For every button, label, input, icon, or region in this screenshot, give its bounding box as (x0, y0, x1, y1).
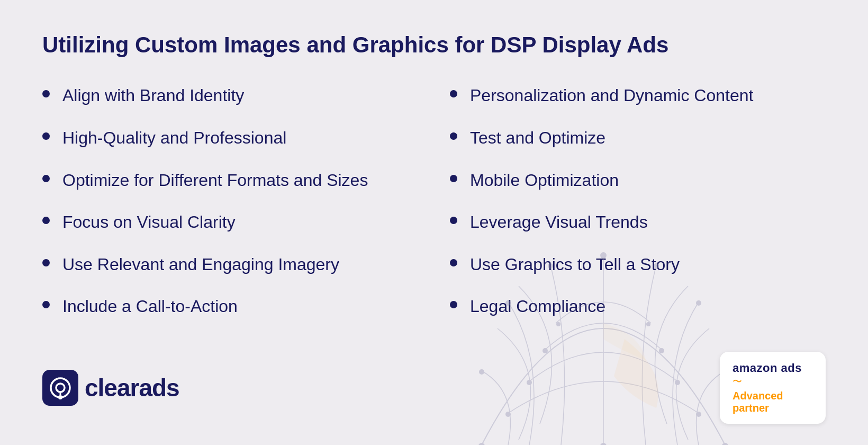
svg-point-17 (646, 322, 650, 326)
list-item-text: Align with Brand Identity (62, 85, 244, 107)
bullet-icon (42, 217, 50, 224)
clearads-logo-icon (42, 370, 78, 406)
svg-point-4 (696, 300, 701, 306)
right-list-item: Mobile Optimization (450, 170, 826, 192)
right-list-item: Leverage Visual Trends (450, 211, 826, 234)
right-list-item: Personalization and Dynamic Content (450, 85, 826, 107)
bullet-icon (450, 301, 457, 308)
left-list-item: Align with Brand Identity (42, 85, 418, 107)
left-column: Align with Brand IdentityHigh-Quality an… (42, 85, 418, 338)
bullet-icon (450, 259, 457, 266)
page-title: Utilizing Custom Images and Graphics for… (42, 32, 826, 58)
left-list-item: High-Quality and Professional (42, 127, 418, 149)
svg-rect-18 (42, 370, 78, 406)
footer: clearads amazon ads 〜 Advancedpartner (42, 352, 826, 424)
right-list-item: Test and Optimize (450, 127, 826, 149)
amazon-ads-label: amazon ads (733, 361, 802, 375)
amazon-smile-icon: 〜 (733, 375, 742, 388)
list-item-text: Optimize for Different Formats and Sizes (62, 170, 368, 192)
left-list-item: Optimize for Different Formats and Sizes (42, 170, 418, 192)
list-item-text: High-Quality and Professional (62, 127, 286, 149)
clearads-logo-text: clearads (85, 373, 179, 402)
list-item-text: Mobile Optimization (470, 170, 619, 192)
list-item-text: Leverage Visual Trends (470, 211, 648, 234)
left-list-item: Focus on Visual Clarity (42, 211, 418, 234)
bullet-icon (450, 175, 457, 182)
bullet-icon (42, 259, 50, 266)
bullet-icon (42, 301, 50, 308)
svg-point-21 (58, 395, 62, 399)
svg-point-11 (722, 443, 728, 445)
left-list-item: Use Relevant and Engaging Imagery (42, 254, 418, 276)
svg-point-9 (478, 443, 485, 445)
list-item-text: Test and Optimize (470, 127, 605, 149)
list-item-text: Personalization and Dynamic Content (470, 85, 753, 107)
bullet-icon (42, 175, 50, 182)
svg-point-10 (600, 443, 607, 445)
logo-container: clearads (42, 370, 179, 406)
list-item-text: Use Relevant and Engaging Imagery (62, 254, 339, 276)
bullet-icon (42, 90, 50, 97)
svg-point-16 (556, 322, 560, 326)
bullet-icon (42, 132, 50, 140)
bullet-icon (450, 90, 457, 97)
svg-point-0 (600, 252, 607, 259)
left-list-item: Include a Call-to-Action (42, 296, 418, 318)
list-item-text: Include a Call-to-Action (62, 296, 238, 318)
svg-point-1 (548, 263, 553, 269)
bullet-icon (450, 217, 457, 224)
svg-point-2 (654, 263, 659, 269)
svg-point-3 (505, 300, 511, 306)
amazon-partner-badge: amazon ads 〜 Advancedpartner (720, 352, 826, 424)
advanced-partner-label: Advancedpartner (733, 390, 783, 414)
bullet-icon (450, 132, 457, 140)
list-item-text: Focus on Visual Clarity (62, 211, 236, 234)
